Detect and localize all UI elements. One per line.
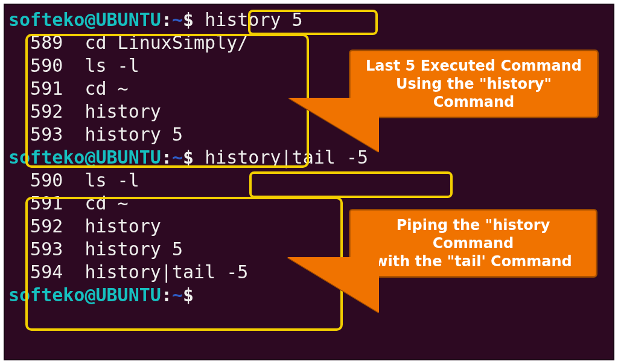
prompt-dollar: $ xyxy=(183,9,194,30)
command-1: history 5 xyxy=(205,9,303,30)
prompt-colon: : xyxy=(161,9,172,30)
callout-2-line-1: Piping the "history Command xyxy=(358,216,588,252)
prompt-user: softeko xyxy=(8,9,84,30)
callout-1: Last 5 Executed Command Using the "histo… xyxy=(349,49,599,118)
callout-1-line-2: Using the "history" Command xyxy=(358,75,589,111)
prompt-host: UBUNTU xyxy=(96,9,161,30)
history-row: 590 ls -l xyxy=(8,169,610,192)
callout-2: Piping the "history Command with the "ta… xyxy=(349,209,597,278)
callout-tail-icon xyxy=(288,98,379,152)
terminal-window[interactable]: softeko@UBUNTU:~$ history 5 589 cd Linux… xyxy=(4,4,614,360)
callout-2-line-2: with the "tail' Command xyxy=(358,252,588,270)
callout-1-line-1: Last 5 Executed Command xyxy=(358,57,589,75)
callout-tail-icon xyxy=(287,257,379,313)
prompt-at: @ xyxy=(84,9,95,30)
prompt-line-1: softeko@UBUNTU:~$ history 5 xyxy=(8,8,610,31)
prompt-path: ~ xyxy=(172,9,183,30)
